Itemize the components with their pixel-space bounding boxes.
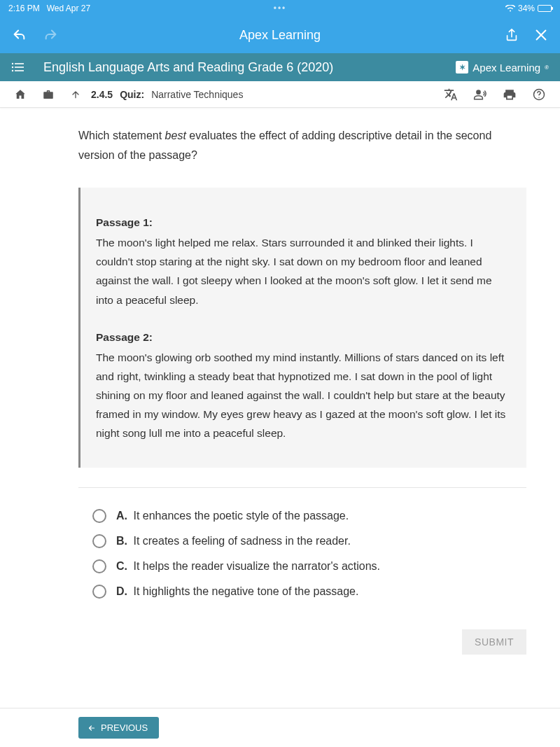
previous-label: PREVIOUS (101, 722, 148, 733)
breadcrumb-item: 2.4.5 Quiz: Narrative Techniques (91, 89, 243, 100)
svg-rect-5 (15, 70, 24, 71)
course-title: English Language Arts and Reading Grade … (43, 60, 333, 75)
answer-letter: D. (116, 585, 127, 597)
course-bar: English Language Arts and Reading Grade … (0, 53, 560, 81)
passage-1-title: Passage 1: (96, 213, 508, 232)
previous-button[interactable]: PREVIOUS (78, 717, 159, 739)
status-dots: ••• (274, 4, 287, 13)
passage-2-title: Passage 2: (96, 328, 508, 347)
footer-bar: PREVIOUS (0, 708, 560, 747)
radio-icon (92, 534, 106, 548)
question-em: best (165, 130, 186, 141)
question-text: Which statement best evaluates the effec… (78, 126, 526, 165)
answer-text: It helps the reader visualize the narrat… (133, 560, 380, 572)
print-button[interactable] (503, 88, 517, 102)
status-bar: 2:16 PM Wed Apr 27 ••• 34% (0, 0, 560, 17)
home-button[interactable] (14, 88, 27, 101)
passage-2-body: The moon's glowing orb soothed my mind i… (96, 348, 508, 443)
breadcrumb-label: Narrative Techniques (151, 89, 243, 100)
battery-icon (538, 5, 552, 12)
translate-button[interactable] (444, 88, 458, 102)
browser-nav-bar: Apex Learning (0, 17, 560, 53)
status-date: Wed Apr 27 (47, 4, 90, 13)
forward-button[interactable] (43, 27, 59, 43)
passage-box: Passage 1: The moon's light helped me re… (78, 188, 526, 468)
answer-letter: C. (116, 560, 127, 572)
page-title: Apex Learning (239, 28, 321, 43)
radio-icon (92, 559, 106, 573)
apex-logo: ✶ Apex Learning® (456, 61, 549, 74)
answer-list: A. It enhances the poetic style of the p… (78, 503, 526, 604)
radio-icon (92, 585, 106, 599)
svg-point-2 (12, 67, 13, 68)
breadcrumb-type: Quiz: (120, 89, 144, 100)
svg-point-8 (538, 97, 539, 97)
breadcrumb-number: 2.4.5 (91, 89, 113, 100)
divider (78, 487, 526, 488)
arrow-left-icon (87, 724, 97, 732)
answer-option-c[interactable]: C. It helps the reader visualize the nar… (78, 554, 526, 579)
close-button[interactable] (533, 27, 549, 43)
svg-point-4 (12, 70, 13, 71)
status-time: 2:16 PM (8, 4, 40, 13)
breadcrumb-bar: 2.4.5 Quiz: Narrative Techniques (0, 81, 560, 108)
svg-rect-1 (15, 63, 24, 64)
passage-1-body: The moon's light helped me relax. Stars … (96, 233, 508, 309)
back-button[interactable] (11, 27, 27, 43)
submit-button[interactable]: SUBMIT (462, 629, 526, 655)
up-button[interactable] (70, 89, 81, 100)
battery-pct: 34% (518, 4, 535, 13)
answer-text: It highlights the negative tone of the p… (133, 585, 358, 597)
svg-point-6 (476, 90, 481, 95)
share-button[interactable] (504, 27, 519, 43)
radio-icon (92, 509, 106, 523)
answer-text: It enhances the poetic style of the pass… (133, 510, 349, 522)
question-pre: Which statement (78, 130, 165, 141)
answer-text: It creates a feeling of sadness in the r… (133, 535, 350, 547)
answer-letter: A. (116, 510, 127, 522)
answer-option-d[interactable]: D. It highlights the negative tone of th… (78, 579, 526, 604)
answer-option-b[interactable]: B. It creates a feeling of sadness in th… (78, 529, 526, 554)
answer-option-a[interactable]: A. It enhances the poetic style of the p… (78, 503, 526, 529)
help-button[interactable] (532, 88, 546, 102)
menu-button[interactable] (11, 62, 24, 72)
content-area: Which statement best evaluates the effec… (78, 108, 526, 655)
apex-logo-text: Apex Learning (472, 62, 540, 74)
read-aloud-button[interactable] (473, 88, 487, 102)
apex-logo-icon: ✶ (456, 61, 468, 74)
svg-point-0 (12, 63, 13, 64)
briefcase-button[interactable] (42, 88, 55, 101)
answer-letter: B. (116, 535, 127, 547)
svg-rect-3 (15, 67, 24, 68)
wifi-icon (505, 5, 515, 12)
